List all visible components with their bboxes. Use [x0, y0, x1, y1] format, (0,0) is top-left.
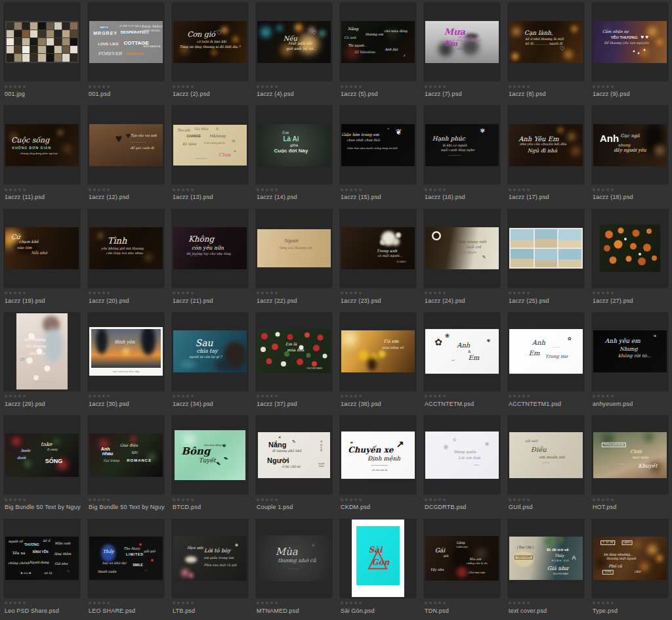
- thumbnail-tile[interactable]: ✾Hạnh phúclà khi có ngườingồi cạnh lắng …: [423, 105, 501, 185]
- rating-stars[interactable]: [257, 188, 336, 191]
- thumbnail-tile[interactable]: Có emmùa nắng về: [339, 312, 417, 391]
- filename-label[interactable]: DCGDRTB.psd: [425, 504, 501, 510]
- rating-stars[interactable]: [593, 602, 672, 605]
- rating-stars[interactable]: [257, 395, 336, 398]
- file-cell[interactable]: Khôngcòn yêu nữathì buông tay cho nhẹ lò…: [168, 207, 252, 310]
- filename-label[interactable]: TDN.psd: [425, 608, 501, 614]
- file-cell[interactable]: NắngCó anhthương emchờ mùa đôngThì người…: [336, 0, 420, 103]
- file-cell[interactable]: 1 12 34LẶNGIm lặng nhường...thương một n…: [588, 517, 672, 620]
- file-cell[interactable]: 1aczz (25).psd: [504, 207, 588, 310]
- filename-label[interactable]: 1aczz (5).psd: [341, 91, 417, 97]
- thumbnail-tile[interactable]: Cứchạm khẽvào timNỗi nhớ: [3, 209, 81, 288]
- file-cell[interactable]: Cứchạm khẽvào timNỗi nhớ1aczz (19).psd: [0, 207, 84, 310]
- thumbnail-tile[interactable]: gửi anhĐiềuem muốn nói───: [507, 415, 585, 495]
- thumbnail-tile[interactable]: AnhGục ngãnhưngđầy người yêu: [591, 105, 669, 185]
- file-cell[interactable]: AnhnhauGiai điệuSAYGọi trăngROMANCEBig B…: [84, 413, 168, 516]
- file-cell[interactable]: Em làmùa hoaNGUYENTHANH1aczz (37).psd: [252, 310, 336, 413]
- thumbnail-tile[interactable]: Giận hờn trong emchưa nhất chưa thôiGiận…: [339, 105, 417, 185]
- file-cell[interactable]: EmLà AigiữaCuộc đời Này1aczz (14).psd: [252, 103, 336, 206]
- file-cell[interactable]: AnhGục ngãnhưngđầy người yêu1aczz (18).p…: [588, 103, 672, 206]
- rating-stars[interactable]: [593, 395, 672, 398]
- file-cell[interactable]: ♥♥Tựa vào vai anh- - - - - - - -để gió c…: [84, 103, 168, 206]
- thumbnail-tile[interactable]: [591, 209, 669, 288]
- thumbnail-tile[interactable]: Anh Yêu Emnhư yêu câu chuyện bắt đầuNgủ …: [507, 105, 585, 185]
- rating-stars[interactable]: [509, 292, 588, 295]
- filename-label[interactable]: 1aczz (14).psd: [257, 194, 333, 200]
- rating-stars[interactable]: [89, 292, 168, 295]
- rating-stars[interactable]: [425, 292, 504, 295]
- rating-stars[interactable]: [425, 395, 504, 398]
- thumbnail-tile[interactable]: AnhEmTrong mơ﹏﹏✿: [507, 312, 585, 391]
- thumbnail-tile[interactable]: Bình yên· một sớm mai thức dậy ·: [87, 312, 165, 391]
- rating-stars[interactable]: [593, 498, 672, 501]
- file-cell[interactable]: LặngCollectionGáigiàYêu emchẳng cần lý d…: [420, 517, 504, 620]
- file-cell[interactable]: ❀✿Đừng quênLời em hứa〜✾DCGDRTB.psd: [420, 413, 504, 516]
- file-cell[interactable]: Mùathương nhớ cũ﹏﹏﹏✧MTNAMED.psd: [252, 517, 336, 620]
- rating-stars[interactable]: [593, 188, 672, 191]
- thumbnail-tile[interactable]: 1 12 34LẶNGIm lặng nhường...thương một n…: [591, 519, 669, 598]
- thumbnail-tile[interactable]: ☀Nắng✎đi ngang phố nhỏNgườiở lại chờ aiP…: [255, 415, 333, 495]
- filename-label[interactable]: Couple 1.psd: [257, 504, 333, 510]
- rating-stars[interactable]: [509, 395, 588, 398]
- rating-stars[interactable]: [341, 498, 420, 501]
- thumbnail-tile[interactable]: Trong anhcó một người...KOBIET: [339, 209, 417, 288]
- thumbnail-tile[interactable]: nói thươngthì thươngcho trọn27NGUYENTHAN…: [3, 312, 81, 391]
- filename-label[interactable]: LTB.psd: [173, 608, 249, 614]
- rating-stars[interactable]: [173, 498, 252, 501]
- thumbnail-tile[interactable]: Cuộc sốngKHÔNG ĐƠN GIẢNnhưng cũng đừng p…: [3, 105, 81, 185]
- filename-label[interactable]: 1aczz (9).psd: [593, 91, 669, 97]
- file-cell[interactable]: 1aczz (27).psd: [588, 207, 672, 310]
- file-cell[interactable]: người vềTHƯƠNGkẻ ởMỉm cườiYêu xaBÌNH YÊN…: [0, 517, 84, 620]
- rating-stars[interactable]: [257, 292, 336, 295]
- filename-label[interactable]: 1aczz (34).psd: [173, 401, 249, 407]
- filename-label[interactable]: text cover.psd: [509, 608, 585, 614]
- rating-stars[interactable]: [89, 395, 168, 398]
- thumbnail-tile[interactable]: ThảyThe StoryLIMITEDgửi gióbay xa khờ dạ…: [87, 519, 165, 598]
- rating-stars[interactable]: [5, 85, 84, 88]
- filename-label[interactable]: LEO SHARE.psd: [89, 608, 165, 614]
- filename-label[interactable]: 001.psd: [89, 91, 165, 97]
- rating-stars[interactable]: [173, 292, 252, 295]
- filename-label[interactable]: 1aczz (29).psd: [5, 401, 81, 407]
- file-cell[interactable]: Cạn lành,kẻ ở nhớ thương là mộtkẻ đi ...…: [504, 0, 588, 103]
- rating-stars[interactable]: [425, 602, 504, 605]
- rating-stars[interactable]: [593, 292, 672, 295]
- filename-label[interactable]: CKDM.psd: [341, 504, 417, 510]
- file-cell[interactable]: Giận hờn trong emchưa nhất chưa thôiGiận…: [336, 103, 420, 206]
- filename-label[interactable]: ACCTNTETM1.psd: [509, 401, 585, 407]
- thumbnail-tile[interactable]: Cạn lành,kẻ ở nhớ thương là mộtkẻ đi ...…: [507, 2, 585, 81]
- filename-label[interactable]: ACCTNTETM.psd: [425, 401, 501, 407]
- rating-stars[interactable]: [509, 188, 588, 191]
- filename-label[interactable]: 1aczz (17).psd: [509, 194, 585, 200]
- file-cell[interactable]: Có emmùa nắng về1aczz (38).psd: [336, 310, 420, 413]
- file-cell[interactable]: ✾Hạnh phúclà khi có ngườingồi cạnh lắng …: [420, 103, 504, 206]
- thumbnail-tile[interactable]: Ngườitừng nói thương em————: [255, 209, 333, 288]
- filename-label[interactable]: 1aczz (8).psd: [509, 91, 585, 97]
- thumbnail-tile[interactable]: Cảm nhận sựYÊU THƯƠNG♥ ♥Để thương yêu vẹ…: [591, 2, 669, 81]
- file-cell[interactable]: ✿❀Anh＆Em~✾ACCTNTETM.psd: [420, 310, 504, 413]
- file-cell[interactable]: NAVYSHOME FOR SALEEmily MillerMRGREYDESP…: [84, 0, 168, 103]
- rating-stars[interactable]: [425, 188, 504, 191]
- filename-label[interactable]: 1aczz (13).psd: [173, 194, 249, 200]
- rating-stars[interactable]: [89, 188, 168, 191]
- thumbnail-tile[interactable]: takeit easybướcdướiSỐNG: [3, 415, 81, 495]
- thumbnail-tile[interactable]: Bôngnhư mùa đông ấyTuyết✒✒❅: [171, 415, 249, 495]
- filename-label[interactable]: anhyeuem.psd: [593, 401, 669, 407]
- file-cell[interactable]: Anh yêu emNhưngkhông rời tớ...»anhyeuem.…: [588, 310, 672, 413]
- filename-label[interactable]: 1aczz (18).psd: [593, 194, 669, 200]
- thumbnail-tile[interactable]: △SàiGòn···: [339, 519, 417, 598]
- file-cell[interactable]: 001.jpg: [0, 0, 84, 103]
- thumbnail-tile[interactable]: { Bao Cấp }TEM PHIẾUĐi để trở vềThấySỐNG…: [507, 519, 585, 598]
- filename-label[interactable]: 1aczz (16).psd: [425, 194, 501, 200]
- file-cell[interactable]: ThảyThe StoryLIMITEDgửi gióbay xa khờ dạ…: [84, 517, 168, 620]
- thumbnail-tile[interactable]: [507, 209, 585, 288]
- thumbnail-tile[interactable]: [3, 2, 81, 81]
- file-cell[interactable]: ☀Nắng✎đi ngang phố nhỏNgườiở lại chờ aiP…: [252, 413, 336, 516]
- rating-stars[interactable]: [425, 498, 504, 501]
- rating-stars[interactable]: [509, 602, 588, 605]
- filename-label[interactable]: Sài Gòn.psd: [341, 608, 417, 614]
- thumbnail-tile[interactable]: Hẹn ướcLời tỏ bàyem giấu trong timPhía s…: [171, 519, 249, 598]
- thumbnail-tile[interactable]: ❝Chuyến xeĐịnh mệnh↗───────sẽ chở em đi: [339, 415, 417, 495]
- file-cell[interactable]: AnhEmTrong mơ﹏﹏✿ACCTNTETM1.psd: [504, 310, 588, 413]
- file-cell[interactable]: Mưavà tan đisẽ đến nhanh thôiEmnhé...1ac…: [420, 0, 504, 103]
